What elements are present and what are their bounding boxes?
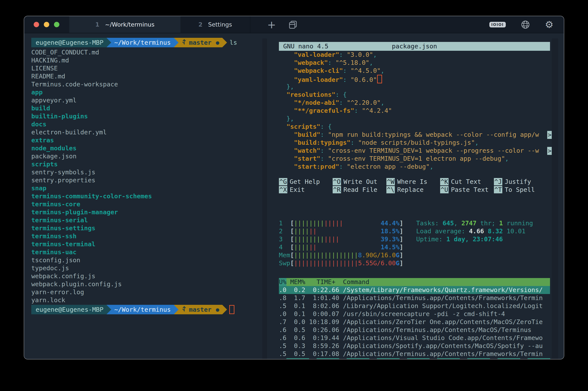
shortcut-key: ^G (279, 178, 287, 185)
meter-percent: 14.5% (380, 243, 399, 251)
nano-shortcut[interactable]: ^OWrite Out (333, 178, 386, 186)
file-entry: README.md (31, 72, 268, 80)
fkey-label: Nice - (467, 358, 490, 359)
file-name: package.json (31, 153, 77, 160)
meter-percent: 18.5% (380, 227, 399, 235)
nano-shortcut[interactable]: ^JJustify (494, 178, 548, 186)
fkey-number: F8 (490, 358, 498, 359)
shortcut-key: ^J (494, 178, 502, 185)
gear-icon[interactable]: ⚙ (544, 20, 555, 30)
file-entry: terminus-settings (31, 224, 268, 232)
titlebar: 1 ~/Work/terminus 2 Settings + IOIOI (24, 16, 564, 33)
nano-text-line: "scripts": { (279, 123, 550, 131)
fkey-f5[interactable]: F5Tree (400, 358, 430, 359)
table-header-columns[interactable]: MEM% TIME+ Command (287, 278, 550, 286)
file-name: typedoc.js (31, 264, 69, 272)
nano-text-line: }, (279, 83, 550, 91)
file-name: yarn.lock (31, 296, 65, 304)
process-row[interactable]: .6 0.5 0:26.06 /Applications/Terminus.ap… (279, 326, 550, 334)
new-tab-button[interactable]: + (265, 16, 278, 33)
fkey-f9[interactable]: F9Kill (520, 358, 550, 359)
file-entry: terminus-core (31, 200, 268, 208)
nano-shortcut[interactable]: ^\Replace (386, 186, 440, 194)
nano-text-line: }, (279, 115, 550, 123)
process-row[interactable]: .5 0.1 8:02.06 /Library/Application Supp… (279, 302, 550, 310)
git-branch-name: master (189, 306, 212, 314)
meter-label: 3 (279, 235, 290, 243)
process-row[interactable]: .8 1.7 1:01.40 /Applications/Terminus.ap… (279, 294, 550, 302)
file-entry: LICENSE (31, 64, 268, 72)
nano-shortcut[interactable]: ^RRead File (333, 186, 386, 194)
shortcut-label: Get Help (290, 178, 320, 185)
process-row[interactable]: .0 0.1 0:00.07 /usr/sbin/screencapture -… (279, 310, 550, 318)
file-entry: HACKING.md (31, 56, 268, 64)
git-branch-name: master (189, 39, 212, 47)
process-row[interactable]: .6 0.6 0:19.44 /Applications/Visual Stud… (279, 334, 550, 342)
fkey-number: F4 (369, 358, 377, 359)
tab-work-terminus[interactable]: 1 ~/Work/terminus (69, 16, 180, 33)
htop-meters: 1 [||||||||||||| 44.4%]Tasks: 645, 2747 … (279, 219, 564, 267)
file-entry: node_modules (31, 144, 268, 152)
file-entry: terminus-ssh (31, 232, 268, 240)
split-windows-icon[interactable] (285, 16, 300, 33)
minimize-button[interactable] (44, 22, 49, 27)
nano-shortcut[interactable]: ^GGet Help (279, 178, 333, 186)
shortcut-key: ^W (386, 178, 395, 185)
nano-shortcut-bar: ^GGet Help^OWrite Out^WWhere Is^KCut Tex… (279, 178, 564, 194)
process-row[interactable]: .5 0.5 0:17.08 /Applications/Terminus.ap… (279, 350, 550, 358)
line-overflow-marker: > (547, 131, 552, 139)
meter-value: G (396, 251, 399, 259)
serial-port-icon[interactable]: IOIOI (488, 22, 507, 28)
directory-name: terminus-uac (31, 248, 77, 256)
titlebar-right-icons: IOIOI ⚙ (488, 16, 564, 33)
left-pane-scrollbar[interactable] (262, 38, 267, 359)
directory-name: scripts (31, 161, 58, 168)
meter-bar-red: |||| (324, 235, 339, 243)
file-name: electron-builder.yml (31, 128, 107, 136)
file-name: appveyor.yml (31, 97, 77, 104)
nano-shortcut[interactable]: ^KCut Text (440, 178, 494, 186)
meter-bar-green: |||| (294, 243, 309, 251)
file-name: webpack.plugin.config.js (31, 280, 122, 288)
nano-text-line: "**/graceful-fs": "^4.2.4" (279, 107, 550, 115)
nano-shortcut[interactable]: ^UPaste Text (440, 186, 494, 194)
right-pane-scrollbar[interactable] (552, 38, 558, 359)
file-entry: electron-builder.yml (31, 128, 268, 136)
terminal-pane-right[interactable]: GNU nano 4.5 package.json "val-loader": … (268, 33, 564, 359)
file-entry: terminus-plugin-manager (31, 208, 268, 216)
file-entry: scripts (31, 160, 268, 168)
process-row[interactable]: .5 0.3 8:59.26 /Applications/Spotify.app… (279, 342, 550, 350)
ls-output: CODE_OF_CONDUCT.mdHACKING.mdLICENSEREADM… (31, 48, 268, 304)
close-button[interactable] (34, 22, 39, 27)
file-entry: webpack.config.js (31, 272, 268, 280)
tab-settings[interactable]: 2 Settings (180, 16, 250, 33)
process-row[interactable]: .0 0.2 0:22.66 /System/Library/Framework… (279, 286, 550, 294)
file-name: tsconfig.json (31, 256, 80, 264)
fkey-f7[interactable]: F7Nice - (460, 358, 490, 359)
shortcut-label: Cut Text (451, 178, 481, 185)
prompt-cwd-segment: ~/Work/terminus (106, 38, 178, 47)
nano-shortcut[interactable]: ^XExit (279, 186, 333, 194)
nano-text-line: "webpack-cli": "^4.5.0", (279, 67, 550, 75)
nano-shortcut[interactable]: ^TTo Spell (494, 186, 548, 194)
file-entry: app (31, 88, 268, 96)
fkey-f8[interactable]: F8Nice + (490, 358, 520, 359)
fkey-f4[interactable]: F4Filter (369, 358, 400, 359)
file-name: sentry.properties (31, 177, 95, 184)
prompt-cwd-segment: ~/Work/terminus (106, 305, 178, 314)
directory-name: app (31, 89, 43, 96)
fkey-f2[interactable]: F2Setup (309, 358, 339, 359)
shortcut-key: ^U (440, 186, 448, 193)
sort-column-header[interactable]: U% (279, 278, 287, 286)
nano-shortcut[interactable]: ^WWhere Is (386, 178, 440, 186)
nano-text-line: "resolutions": { (279, 91, 550, 99)
fkey-f6[interactable]: F6SortBy (430, 358, 460, 359)
process-row[interactable]: .7 0.0 10:18.09 /Applications/ZeroTier O… (279, 318, 550, 326)
prompt-user-segment: eugene@Eugenes-MBP (31, 305, 111, 314)
fkey-f1[interactable]: F1Help (279, 358, 309, 359)
zoom-button[interactable] (54, 22, 59, 27)
fkey-f3[interactable]: F3Search (339, 358, 369, 359)
git-dirty-dot: ● (216, 39, 219, 47)
terminal-pane-left[interactable]: eugene@Eugenes-MBP~/Work/terminusmaster●… (24, 33, 268, 359)
globe-icon[interactable] (519, 20, 531, 29)
